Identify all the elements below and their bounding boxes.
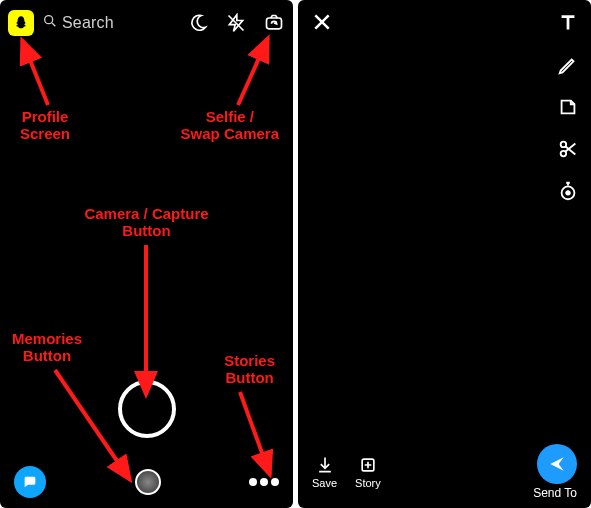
top-bar: Search <box>0 6 293 40</box>
camera-screen: Search ProfileScreen Selfie /Swap Camera… <box>0 0 293 508</box>
flash-icon[interactable] <box>225 12 247 34</box>
top-right-icons <box>187 12 285 34</box>
edit-tools <box>555 10 581 204</box>
night-mode-icon[interactable] <box>187 12 209 34</box>
search-placeholder: Search <box>62 14 114 32</box>
stories-button[interactable] <box>249 470 279 494</box>
draw-tool-icon[interactable] <box>555 52 581 78</box>
annot-selfie: Selfie /Swap Camera <box>181 108 279 143</box>
send-button[interactable] <box>537 444 577 484</box>
annot-capture: Camera / CaptureButton <box>84 205 208 240</box>
svg-line-5 <box>22 40 48 105</box>
profile-ghost-icon[interactable] <box>8 10 34 36</box>
annot-profile: ProfileScreen <box>20 108 70 143</box>
memories-button[interactable] <box>135 469 161 495</box>
bottom-bar: Save Story Send To <box>298 444 591 500</box>
bottom-row <box>0 466 293 498</box>
story-label: Story <box>355 477 381 489</box>
annot-stories: StoriesButton <box>224 352 275 387</box>
save-label: Save <box>312 477 337 489</box>
scissors-tool-icon[interactable] <box>555 136 581 162</box>
svg-line-8 <box>55 370 130 480</box>
story-button[interactable]: Story <box>355 455 381 489</box>
send-label: Send To <box>533 486 577 500</box>
edit-screen: Save Story Send To <box>298 0 591 508</box>
chat-button[interactable] <box>14 466 46 498</box>
svg-line-1 <box>52 23 55 26</box>
svg-line-6 <box>238 38 268 105</box>
close-button[interactable] <box>312 12 332 36</box>
sticker-tool-icon[interactable] <box>555 94 581 120</box>
search-icon <box>42 13 58 33</box>
text-tool-icon[interactable] <box>555 10 581 36</box>
search-input[interactable]: Search <box>42 13 179 33</box>
swap-camera-icon[interactable] <box>263 12 285 34</box>
capture-button[interactable] <box>118 380 176 438</box>
svg-line-9 <box>240 392 270 475</box>
annot-memories: MemoriesButton <box>12 330 82 365</box>
timer-tool-icon[interactable] <box>555 178 581 204</box>
svg-point-0 <box>45 16 53 24</box>
save-button[interactable]: Save <box>312 455 337 489</box>
